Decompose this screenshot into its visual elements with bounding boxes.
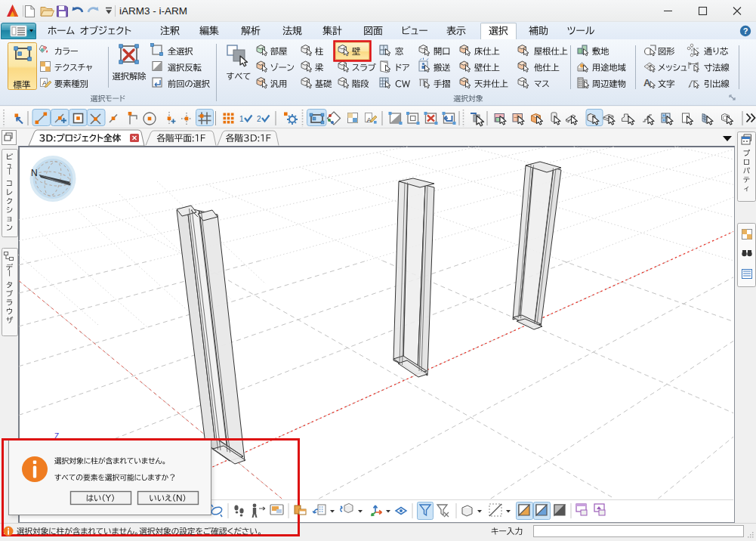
svg-text:N: N [31,168,38,178]
